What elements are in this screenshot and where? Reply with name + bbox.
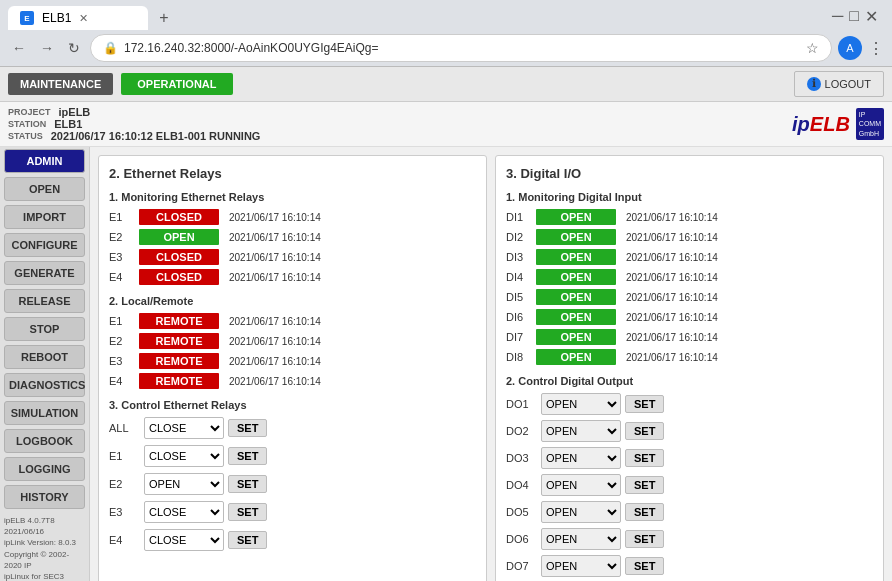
- do5-select[interactable]: OPENCLOSE: [541, 501, 621, 523]
- control-all-label: ALL: [109, 422, 144, 434]
- sidebar-item-release[interactable]: RELEASE: [4, 289, 85, 313]
- control-all-select[interactable]: CLOSEOPEN: [144, 417, 224, 439]
- di4-status: OPEN: [536, 269, 616, 285]
- tab-close-btn[interactable]: ✕: [79, 12, 88, 25]
- sidebar-item-reboot[interactable]: REBOOT: [4, 345, 85, 369]
- di6-status: OPEN: [536, 309, 616, 325]
- logout-button[interactable]: ℹ LOGOUT: [794, 71, 884, 97]
- table-row: E1 CLOSED 2021/06/17 16:10:14: [109, 209, 476, 225]
- di3-time: 2021/06/17 16:10:14: [626, 252, 718, 263]
- refresh-button[interactable]: ↻: [64, 38, 84, 58]
- control-e2-select[interactable]: OPENCLOSE: [144, 473, 224, 495]
- di8-time: 2021/06/17 16:10:14: [626, 352, 718, 363]
- project-label: PROJECT: [8, 107, 51, 117]
- sidebar-item-open[interactable]: OPEN: [4, 177, 85, 201]
- control-e3-select[interactable]: CLOSEOPEN: [144, 501, 224, 523]
- di6-time: 2021/06/17 16:10:14: [626, 312, 718, 323]
- main-layout: ADMIN OPEN IMPORT CONFIGURE GENERATE REL…: [0, 147, 892, 581]
- do7-select[interactable]: OPENCLOSE: [541, 555, 621, 577]
- minimize-icon[interactable]: ─: [832, 7, 843, 25]
- sidebar-item-logging[interactable]: LOGGING: [4, 457, 85, 481]
- status-label: STATUS: [8, 131, 43, 141]
- control-e2-set-button[interactable]: SET: [228, 475, 267, 493]
- sidebar-item-logbook[interactable]: LOGBOOK: [4, 429, 85, 453]
- control-ethernet-title: 3. Control Ethernet Relays: [109, 399, 476, 411]
- do3-select[interactable]: OPENCLOSE: [541, 447, 621, 469]
- control-e3-set-button[interactable]: SET: [228, 503, 267, 521]
- table-row: E4 CLOSED 2021/06/17 16:10:14: [109, 269, 476, 285]
- relay-e1-label: E1: [109, 211, 139, 223]
- control-e1-select[interactable]: CLOSEOPEN: [144, 445, 224, 467]
- do2-select[interactable]: OPENCLOSE: [541, 420, 621, 442]
- do3-row: DO3 OPENCLOSE SET: [506, 447, 873, 469]
- browser-menu-icon[interactable]: ⋮: [868, 39, 884, 58]
- forward-button[interactable]: →: [36, 38, 58, 58]
- sidebar-item-configure[interactable]: CONFIGURE: [4, 233, 85, 257]
- control-e1-set-button[interactable]: SET: [228, 447, 267, 465]
- do5-set-button[interactable]: SET: [625, 503, 664, 521]
- project-value: ipELB: [59, 106, 91, 118]
- close-icon[interactable]: ✕: [865, 7, 878, 26]
- di3-status: OPEN: [536, 249, 616, 265]
- lr-e3-time: 2021/06/17 16:10:14: [229, 356, 321, 367]
- footer-line3: Copyright © 2002-2020 IP: [4, 549, 85, 571]
- sidebar-item-import[interactable]: IMPORT: [4, 205, 85, 229]
- digital-io-title: 3. Digital I/O: [506, 166, 873, 181]
- control-e4-set-button[interactable]: SET: [228, 531, 267, 549]
- do4-select[interactable]: OPENCLOSE: [541, 474, 621, 496]
- do7-label: DO7: [506, 560, 541, 572]
- back-button[interactable]: ←: [8, 38, 30, 58]
- window-controls: ─ □ ✕: [832, 7, 884, 30]
- maintenance-button[interactable]: MAINTENANCE: [8, 73, 113, 95]
- new-tab-button[interactable]: +: [152, 6, 176, 30]
- footer-line1: ipELB 4.0.7T8 2021/06/16: [4, 515, 85, 537]
- sidebar-item-generate[interactable]: GENERATE: [4, 261, 85, 285]
- di8-status: OPEN: [536, 349, 616, 365]
- relay-e4-status: CLOSED: [139, 269, 219, 285]
- do7-set-button[interactable]: SET: [625, 557, 664, 575]
- table-row: DI1 OPEN 2021/06/17 16:10:14: [506, 209, 873, 225]
- sidebar-item-simulation[interactable]: SIMULATION: [4, 401, 85, 425]
- station-label: STATION: [8, 119, 46, 129]
- control-all-set-button[interactable]: SET: [228, 419, 267, 437]
- table-row: E3 CLOSED 2021/06/17 16:10:14: [109, 249, 476, 265]
- maximize-icon[interactable]: □: [849, 7, 859, 25]
- di3-label: DI3: [506, 251, 536, 263]
- bookmark-icon[interactable]: ☆: [806, 40, 819, 56]
- do6-select[interactable]: OPENCLOSE: [541, 528, 621, 550]
- table-row: E4 REMOTE 2021/06/17 16:10:14: [109, 373, 476, 389]
- monitoring-ethernet-title: 1. Monitoring Ethernet Relays: [109, 191, 476, 203]
- ethernet-relays-title: 2. Ethernet Relays: [109, 166, 476, 181]
- do5-label: DO5: [506, 506, 541, 518]
- sidebar-item-history[interactable]: HISTORY: [4, 485, 85, 509]
- do4-set-button[interactable]: SET: [625, 476, 664, 494]
- browser-tab[interactable]: E ELB1 ✕: [8, 6, 148, 30]
- control-e1-label: E1: [109, 450, 144, 462]
- control-digital-output-title: 2. Control Digital Output: [506, 375, 873, 387]
- relay-e3-time: 2021/06/17 16:10:14: [229, 252, 321, 263]
- do3-set-button[interactable]: SET: [625, 449, 664, 467]
- lr-e2-time: 2021/06/17 16:10:14: [229, 336, 321, 347]
- sidebar-item-stop[interactable]: STOP: [4, 317, 85, 341]
- do6-set-button[interactable]: SET: [625, 530, 664, 548]
- tab-bar: E ELB1 ✕ + ─ □ ✕: [0, 0, 892, 30]
- lr-e2-status: REMOTE: [139, 333, 219, 349]
- sidebar-item-admin[interactable]: ADMIN: [4, 149, 85, 173]
- operational-button[interactable]: OPERATIONAL: [121, 73, 232, 95]
- profile-button[interactable]: A: [838, 36, 862, 60]
- relay-e3-label: E3: [109, 251, 139, 263]
- do1-set-button[interactable]: SET: [625, 395, 664, 413]
- do1-select[interactable]: OPENCLOSE: [541, 393, 621, 415]
- url-bar[interactable]: 🔒 172.16.240.32:8000/-AoAinKO0UYGIg4EAiQ…: [90, 34, 832, 62]
- di5-label: DI5: [506, 291, 536, 303]
- logo-area: ipELB IPCOMMGmbH: [792, 106, 884, 142]
- relay-e2-label: E2: [109, 231, 139, 243]
- relay-e4-time: 2021/06/17 16:10:14: [229, 272, 321, 283]
- table-row: DI4 OPEN 2021/06/17 16:10:14: [506, 269, 873, 285]
- do2-set-button[interactable]: SET: [625, 422, 664, 440]
- tab-favicon: E: [20, 11, 34, 25]
- control-e4-select[interactable]: CLOSEOPEN: [144, 529, 224, 551]
- control-e2-row: E2 OPENCLOSE SET: [109, 473, 476, 495]
- sidebar-item-diagnostics[interactable]: DIAGNOSTICS: [4, 373, 85, 397]
- di5-time: 2021/06/17 16:10:14: [626, 292, 718, 303]
